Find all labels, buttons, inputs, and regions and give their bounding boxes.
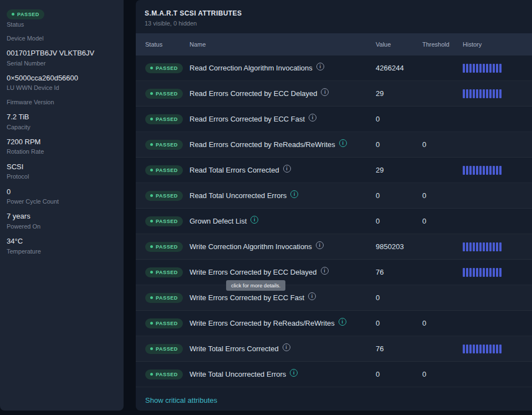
status-dot-icon [150, 245, 153, 248]
status-badge-label: PASSED [156, 270, 178, 275]
status-badge-label: PASSED [156, 321, 178, 326]
history-sparkline[interactable] [463, 242, 532, 251]
history-bar [473, 64, 475, 73]
info-icon[interactable]: i [250, 216, 258, 224]
history-bar [499, 268, 502, 277]
status-badge-label: PASSED [156, 346, 178, 352]
status-badge: PASSED [145, 114, 183, 124]
history-bar [476, 242, 478, 251]
row-status-cell: PASSED [145, 63, 190, 73]
history-bar [483, 242, 485, 251]
device-detail-label: Status [7, 21, 117, 28]
row-name-cell: Read Errors Corrected by ECC Fast i [190, 115, 376, 123]
status-dot-icon [150, 118, 153, 120]
info-icon[interactable]: i [309, 114, 316, 122]
row-status-cell: PASSED [145, 114, 190, 124]
device-status-badge: PASSED [7, 9, 44, 19]
show-critical-attributes-link[interactable]: Show critical attributes [145, 396, 217, 404]
history-bar [469, 64, 472, 73]
info-icon[interactable]: i [316, 241, 324, 249]
attribute-threshold: 0 [422, 140, 463, 149]
row-name-cell: Read Total Errors Corrected i [190, 166, 376, 174]
info-icon[interactable]: i [308, 292, 316, 300]
history-bar [483, 166, 485, 175]
history-sparkline[interactable] [463, 89, 532, 98]
status-dot-icon [150, 373, 153, 376]
history-bar [493, 345, 495, 353]
panel-subtitle: 13 visible, 0 hidden [145, 20, 523, 27]
info-icon[interactable]: i [339, 318, 346, 326]
row-name-cell: Write Errors Corrected by ECC Fast i [190, 293, 376, 302]
status-badge: PASSED [145, 293, 183, 303]
attribute-value: 0 [376, 217, 422, 225]
info-icon[interactable]: i [316, 63, 324, 70]
status-badge: PASSED [145, 165, 183, 175]
history-bar [473, 345, 475, 353]
history-bar [489, 166, 492, 175]
table-footer: Show critical attributes [136, 387, 532, 411]
device-detail-item: 7.2 TiB Capacity [7, 112, 117, 131]
history-bar [489, 64, 492, 73]
status-badge-label: PASSED [156, 295, 178, 301]
attribute-value: 4266244 [376, 64, 422, 72]
history-sparkline[interactable] [463, 64, 532, 73]
info-icon[interactable]: i [339, 139, 347, 147]
info-icon[interactable]: i [321, 88, 329, 96]
history-bar [473, 166, 475, 175]
history-bar [493, 64, 495, 73]
history-bar [496, 166, 498, 175]
history-bar [486, 166, 488, 175]
row-status-cell: PASSED [145, 267, 190, 277]
status-badge-label: PASSED [156, 244, 178, 250]
info-icon[interactable]: i [321, 267, 329, 275]
history-sparkline[interactable] [463, 268, 532, 277]
status-dot-icon [150, 169, 153, 171]
table-row: PASSED Write Errors Corrected by ECC Del… [136, 260, 532, 285]
status-badge: PASSED [145, 191, 183, 201]
row-status-cell: PASSED [145, 190, 190, 201]
history-bar [463, 89, 465, 98]
info-icon[interactable]: i [283, 343, 290, 351]
device-detail-item: Firmware Version [7, 98, 117, 106]
attribute-threshold: 0 [422, 370, 463, 378]
history-bar [486, 268, 488, 277]
row-name-cell: Read Total Uncorrected Errors i [190, 191, 376, 200]
history-bar [463, 242, 465, 251]
history-bar [489, 345, 492, 353]
device-summary-sidebar: PASSED Status Device Model 001701PTB6JV … [0, 0, 124, 411]
status-dot-icon [150, 143, 153, 146]
column-header-history: History [463, 41, 532, 48]
attribute-value: 76 [376, 268, 422, 276]
smart-attributes-panel: S.M.A.R.T SCSI ATTRIBUTES 13 visible, 0 … [136, 0, 532, 411]
device-detail-item: 34°C Temperature [7, 236, 117, 255]
device-detail-label: Firmware Version [7, 98, 117, 106]
info-icon[interactable]: i [290, 190, 298, 198]
attribute-threshold: 0 [422, 191, 463, 200]
history-sparkline[interactable] [463, 345, 532, 353]
table-row: PASSED Read Total Uncorrected Errors i 0… [136, 183, 532, 209]
history-bar [463, 166, 465, 175]
page: PASSED Status Device Model 001701PTB6JV … [0, 0, 532, 415]
history-bar [493, 268, 495, 277]
history-bar [499, 64, 502, 73]
history-bar [476, 89, 478, 98]
table-row: PASSED Read Errors Corrected by ECC Fast… [136, 107, 532, 132]
info-icon[interactable]: i [283, 165, 291, 173]
history-bar [469, 89, 472, 98]
info-icon[interactable]: i [290, 369, 298, 377]
history-bar [483, 345, 485, 353]
device-detail-label: Power Cycle Count [7, 198, 117, 205]
history-sparkline[interactable] [463, 166, 532, 175]
history-bar [473, 89, 475, 98]
device-detail-value: 0 [7, 187, 117, 197]
row-status-cell: PASSED [145, 139, 190, 150]
history-bar [479, 268, 482, 277]
status-badge: PASSED [145, 242, 183, 252]
table-row: PASSED Write Total Errors Corrected i 76 [136, 336, 532, 362]
device-detail-label: Protocol [7, 173, 117, 180]
row-name-cell: Grown Defect List i [190, 217, 376, 225]
history-bar [493, 242, 495, 251]
row-name-cell: Write Correction Algorithm Invocations i [190, 242, 376, 251]
row-status-cell: PASSED [145, 292, 190, 303]
status-badge: PASSED [145, 318, 183, 328]
